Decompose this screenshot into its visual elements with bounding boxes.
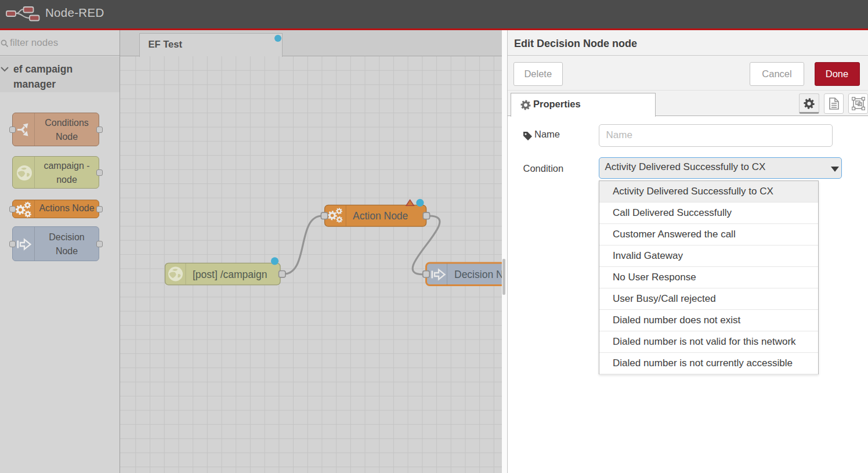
svg-text:Decision No: Decision No xyxy=(454,268,502,280)
svg-text:[post] /campaign: [post] /campaign xyxy=(193,268,267,280)
svg-text:Action Node: Action Node xyxy=(353,210,408,221)
